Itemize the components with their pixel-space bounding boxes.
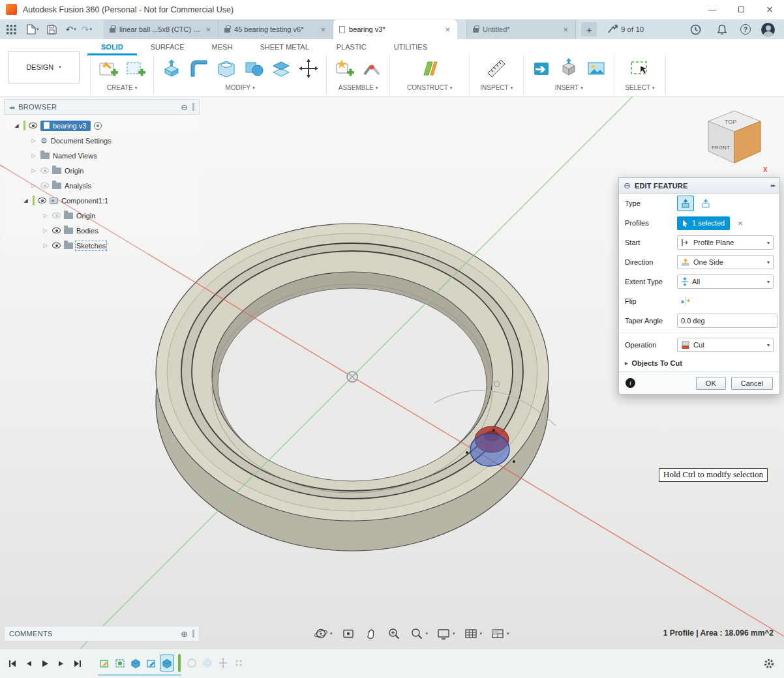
tab-close-icon[interactable]: × — [444, 25, 451, 35]
play-button[interactable] — [40, 659, 50, 668]
extrude-type-button[interactable] — [677, 196, 694, 211]
expand-toggle-icon[interactable]: ▷ — [30, 183, 37, 188]
visibility-eye-icon[interactable] — [29, 123, 37, 128]
construct-plane-button[interactable] — [419, 57, 441, 80]
visibility-eye-icon[interactable] — [52, 243, 61, 248]
timeline-sketch1-feature[interactable] — [98, 655, 111, 671]
ok-button[interactable]: OK — [696, 377, 726, 390]
insert-group-dropdown[interactable]: INSERT▾ — [555, 84, 583, 91]
inspect-group-dropdown[interactable]: INSPECT▾ — [480, 84, 513, 91]
move-button[interactable] — [297, 57, 320, 80]
start-dropdown[interactable]: Profile Plane ▾ — [677, 235, 774, 250]
joint-button[interactable] — [361, 57, 383, 80]
construct-group-dropdown[interactable]: CONSTRUCT▾ — [407, 84, 452, 91]
tab-mesh[interactable]: MESH — [198, 40, 247, 55]
tree-row-root[interactable]: ◢ bearing v3 — [4, 118, 200, 133]
tab-close-icon[interactable]: × — [319, 25, 327, 35]
panel-grip[interactable] — [192, 103, 194, 111]
tree-row-origin[interactable]: ▷ Origin — [4, 163, 200, 178]
dialog-header[interactable]: ⊖ EDIT FEATURE ▸▸ — [619, 178, 779, 194]
operation-dropdown[interactable]: Cut ▾ — [677, 338, 774, 352]
timeline-sketch3-feature[interactable] — [145, 655, 158, 671]
tree-row-named-views[interactable]: ▷ Named Views — [4, 148, 200, 163]
root-document-selected[interactable]: bearing v3 — [40, 121, 91, 131]
expand-toggle-icon[interactable]: ◢ — [22, 198, 29, 203]
select-button[interactable] — [629, 57, 651, 80]
history-button[interactable] — [687, 21, 704, 38]
zoom-button[interactable] — [385, 625, 403, 642]
measure-button[interactable] — [485, 57, 507, 80]
go-to-start-button[interactable] — [8, 659, 17, 668]
expand-toggle-icon[interactable]: ▷ — [42, 213, 49, 218]
shell-button[interactable] — [215, 57, 237, 80]
activate-radio-icon[interactable] — [94, 122, 102, 130]
expand-toggle-icon[interactable]: ▷ — [30, 153, 37, 158]
timeline-sketch2-feature[interactable] — [113, 655, 127, 671]
thin-extrude-type-button[interactable] — [697, 196, 714, 211]
new-component-button[interactable] — [333, 57, 355, 80]
timeline-position-marker[interactable] — [178, 654, 181, 672]
panel-grip[interactable] — [192, 630, 194, 638]
direction-dropdown[interactable]: One Side ▾ — [677, 255, 774, 269]
timeline-sphere-feature-rolled[interactable] — [201, 655, 214, 671]
tab-utilities[interactable]: UTILITIES — [380, 40, 441, 55]
modify-group-dropdown[interactable]: MODIFY▾ — [225, 84, 254, 91]
step-forward-button[interactable] — [57, 659, 66, 668]
notifications-button[interactable] — [714, 21, 730, 38]
doc-tab-linear-ball[interactable]: linear ball ...5x8 (CTC) v2 × — [104, 20, 219, 39]
timeline-settings-button[interactable] — [763, 658, 784, 670]
info-icon[interactable]: i — [626, 378, 635, 388]
objects-to-cut-section[interactable]: ▸ Objects To Cut — [619, 355, 779, 372]
user-avatar[interactable] — [761, 23, 775, 37]
collapse-dialog-icon[interactable]: ⊖ — [624, 181, 631, 190]
tab-surface[interactable]: SURFACE — [137, 40, 198, 55]
app-grid-button[interactable] — [4, 21, 19, 38]
display-settings-button[interactable]: ▾ — [434, 625, 457, 642]
close-button[interactable]: × — [755, 0, 784, 20]
pan-button[interactable] — [362, 625, 380, 642]
workspace-selector[interactable]: DESIGN ▾ — [8, 51, 80, 83]
assemble-group-dropdown[interactable]: ASSEMBLE▾ — [339, 84, 378, 91]
vertex-point[interactable] — [466, 451, 468, 454]
expand-comments-icon[interactable]: ⊕ — [181, 630, 188, 638]
visibility-eye-icon[interactable] — [52, 213, 61, 218]
tab-solid[interactable]: SOLID — [87, 40, 137, 55]
vertex-point[interactable] — [492, 429, 495, 432]
doc-tab-untitled[interactable]: Untitled* × — [466, 20, 576, 39]
timeline-pattern-feature-rolled[interactable] — [232, 655, 245, 671]
step-back-button[interactable] — [24, 659, 33, 668]
redo-button[interactable]: ↷ ▾ — [79, 21, 95, 38]
profiles-selected-chip[interactable]: 1 selected — [677, 216, 730, 230]
tree-row-analysis[interactable]: ▷ Analysis — [4, 178, 200, 193]
canvas-image-button[interactable] — [585, 57, 607, 80]
insert-mesh-button[interactable] — [558, 57, 580, 80]
expand-toggle-icon[interactable]: ◢ — [13, 123, 20, 128]
viewports-button[interactable]: ▾ — [489, 625, 511, 642]
tree-row-component[interactable]: ◢ Component1:1 — [4, 193, 200, 208]
go-to-end-button[interactable] — [73, 659, 82, 668]
save-button[interactable] — [44, 21, 59, 38]
file-menu-button[interactable]: ▾ — [24, 21, 42, 38]
undo-button[interactable]: ↶ ▾ — [63, 21, 79, 38]
create-group-dropdown[interactable]: CREATE▾ — [107, 84, 137, 91]
look-at-button[interactable] — [339, 625, 357, 642]
create-sketch-button[interactable] — [97, 57, 119, 80]
insert-svg-button[interactable] — [530, 57, 552, 80]
visibility-eye-icon[interactable] — [52, 228, 61, 233]
expand-toggle-icon[interactable]: ▷ — [30, 168, 37, 173]
tree-row-sketches[interactable]: ▷ Sketches — [4, 238, 200, 253]
flip-button[interactable] — [677, 293, 694, 309]
tab-sheet-metal[interactable]: SHEET METAL — [246, 40, 322, 55]
tab-plastic[interactable]: PLASTIC — [323, 40, 380, 55]
expand-toggle-icon[interactable]: ▷ — [42, 243, 49, 248]
fillet-button[interactable] — [188, 57, 210, 80]
collapse-all-icon[interactable]: ⊖ — [181, 103, 188, 111]
combine-button[interactable] — [243, 57, 265, 80]
timeline-extrude1-feature[interactable] — [129, 655, 142, 671]
taper-angle-input[interactable] — [677, 314, 777, 328]
pin-dialog-icon[interactable]: ▸▸ — [771, 183, 775, 188]
tree-row-component-origin[interactable]: ▷ Origin — [4, 208, 200, 223]
tab-close-icon[interactable]: × — [204, 25, 212, 35]
extent-type-dropdown[interactable]: All ▾ — [677, 274, 774, 289]
job-status-button[interactable]: 9 of 10 — [607, 25, 644, 34]
